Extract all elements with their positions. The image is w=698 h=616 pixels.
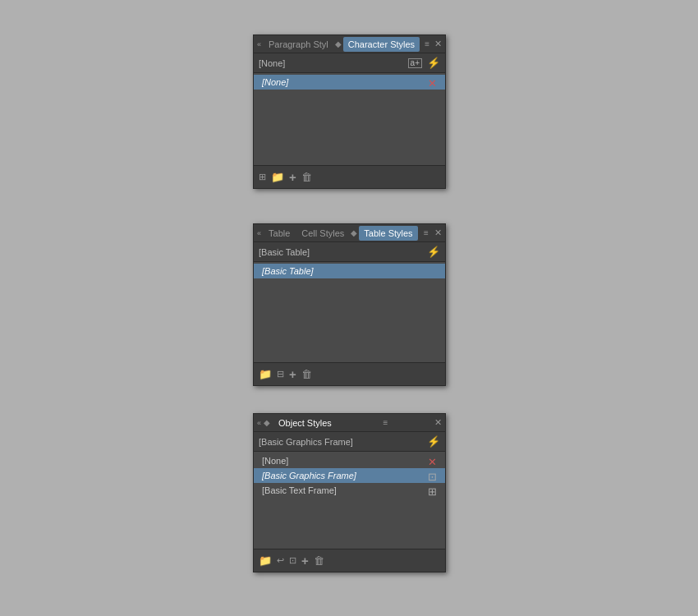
panel2-collapse-btn[interactable]: « — [257, 229, 260, 237]
character-styles-panel: « Paragraph Styl ◆ Character Styles ≡ ✕ … — [253, 34, 446, 189]
panel2-flash-icon[interactable]: ⚡ — [427, 246, 440, 258]
panel3-empty-area — [254, 499, 445, 549]
style-item-graphics-frame-icon: ⊡ — [428, 471, 437, 483]
panel1-menu-btn[interactable]: ≡ — [425, 39, 429, 48]
panel2-delete-btn[interactable]: 🗑 — [301, 368, 312, 380]
style-item-basic-graphics-frame[interactable]: [Basic Graphics Frame] ⊡ — [254, 468, 445, 483]
style-item-object-none-label: [None] — [262, 456, 288, 466]
panel3-collapse-btn[interactable]: « — [257, 419, 260, 427]
panel1-folder-btn[interactable]: 📁 — [271, 171, 284, 183]
panel3-clear-btn[interactable]: ↩ — [277, 555, 284, 566]
panel1-new-style-btn[interactable]: a+ — [408, 58, 422, 68]
table-styles-panel: « Table Cell Styles ◆ Table Styles ≡ ✕ [… — [253, 223, 446, 386]
style-item-object-none[interactable]: [None] ✕ — [254, 453, 445, 468]
panel3-content: [None] ✕ [Basic Graphics Frame] ⊡ [Basic… — [254, 452, 445, 549]
panel3-new-btn[interactable]: + — [301, 554, 309, 568]
panel2-empty-area — [254, 280, 445, 362]
tab-table-styles[interactable]: Table Styles — [359, 226, 417, 241]
panel3-delete-btn[interactable]: 🗑 — [314, 554, 324, 567]
style-item-none[interactable]: [None] ✕ — [254, 75, 445, 90]
style-item-object-none-break: ✕ — [428, 456, 437, 468]
panel1-move-to-group-btn[interactable]: ⊞ — [259, 172, 266, 182]
panel1-close-btn[interactable]: ✕ — [434, 39, 442, 49]
panel2-titlebar: « Table Cell Styles ◆ Table Styles ≡ ✕ — [254, 224, 445, 242]
panel2-style-list: [Basic Table] — [254, 262, 445, 280]
panel1-empty-area — [254, 91, 445, 165]
tab-paragraph-styles[interactable]: Paragraph Styl — [264, 37, 333, 52]
panel2-merge-btn[interactable]: ⊟ — [277, 369, 284, 379]
panel3-diamond: ◆ — [264, 418, 270, 427]
tab-table[interactable]: Table — [264, 226, 295, 241]
panel3-flash-icon[interactable]: ⚡ — [427, 435, 440, 448]
panel1-titlebar: « Paragraph Styl ◆ Character Styles ≡ ✕ — [254, 35, 445, 53]
panel3-menu-btn[interactable]: ≡ — [383, 418, 388, 427]
panel1-style-list: [None] ✕ — [254, 73, 445, 91]
panel2-current-style: [Basic Table] — [259, 247, 310, 257]
panel3-current-style: [Basic Graphics Frame] — [259, 437, 353, 447]
tab-cell-styles[interactable]: Cell Styles — [296, 226, 349, 241]
panel1-delete-btn[interactable]: 🗑 — [301, 171, 312, 183]
panel1-footer: ⊞ 📁 + 🗑 — [254, 165, 445, 188]
style-item-basic-table-label: [Basic Table] — [262, 266, 314, 276]
panel1-footer-icons: ⊞ 📁 + 🗑 — [259, 170, 312, 184]
style-item-basic-text-label: [Basic Text Frame] — [262, 485, 337, 495]
style-item-basic-graphics-label: [Basic Graphics Frame] — [262, 471, 356, 480]
panel1-content: [None] ✕ — [254, 73, 445, 165]
panel2-menu-btn[interactable]: ≡ — [424, 228, 429, 237]
panel1-flash-icon[interactable]: ⚡ — [427, 57, 440, 69]
panel2-footer: 📁 ⊟ + 🗑 — [254, 362, 445, 385]
panel1-collapse-btn[interactable]: « — [257, 40, 260, 48]
panel3-footer: 📁 ↩ ⊡ + 🗑 — [254, 549, 445, 572]
tab-object-styles[interactable]: Object Styles — [273, 416, 337, 430]
panel2-close-btn[interactable]: ✕ — [434, 228, 442, 238]
panel3-close-btn[interactable]: ✕ — [434, 417, 442, 428]
style-item-basic-table[interactable]: [Basic Table] — [254, 264, 445, 278]
object-styles-panel: « ◆ Object Styles ≡ ✕ [Basic Graphics Fr… — [253, 413, 446, 572]
tab-separator2: ◆ — [351, 228, 357, 237]
panel3-frame-btn[interactable]: ⊡ — [289, 555, 296, 566]
panel1-current-style: [None] — [259, 58, 285, 68]
panel3-footer-icons: 📁 ↩ ⊡ + 🗑 — [259, 554, 324, 568]
panel1-new-btn[interactable]: + — [289, 170, 296, 184]
style-item-basic-text-frame[interactable]: [Basic Text Frame] ⊞ — [254, 483, 445, 498]
panel1-toolbar: [None] a+ ⚡ — [254, 53, 445, 73]
panel2-new-btn[interactable]: + — [289, 367, 296, 381]
tab-character-styles[interactable]: Character Styles — [343, 37, 420, 52]
style-item-none-label: [None] — [262, 77, 288, 87]
panel3-style-list: [None] ✕ [Basic Graphics Frame] ⊡ [Basic… — [254, 452, 445, 499]
panel2-toolbar: [Basic Table] ⚡ — [254, 242, 445, 262]
panel3-titlebar: « ◆ Object Styles ≡ ✕ — [254, 414, 445, 432]
panel3-folder-btn[interactable]: 📁 — [259, 554, 272, 567]
panel2-footer-icons: 📁 ⊟ + 🗑 — [259, 367, 312, 381]
style-item-text-frame-icon: ⊞ — [428, 485, 437, 498]
panel2-folder-btn[interactable]: 📁 — [259, 368, 272, 380]
style-item-none-break: ✕ — [428, 77, 437, 90]
panel3-toolbar: [Basic Graphics Frame] ⚡ — [254, 432, 445, 452]
panel2-content: [Basic Table] — [254, 262, 445, 362]
tab-separator: ◆ — [335, 39, 342, 48]
